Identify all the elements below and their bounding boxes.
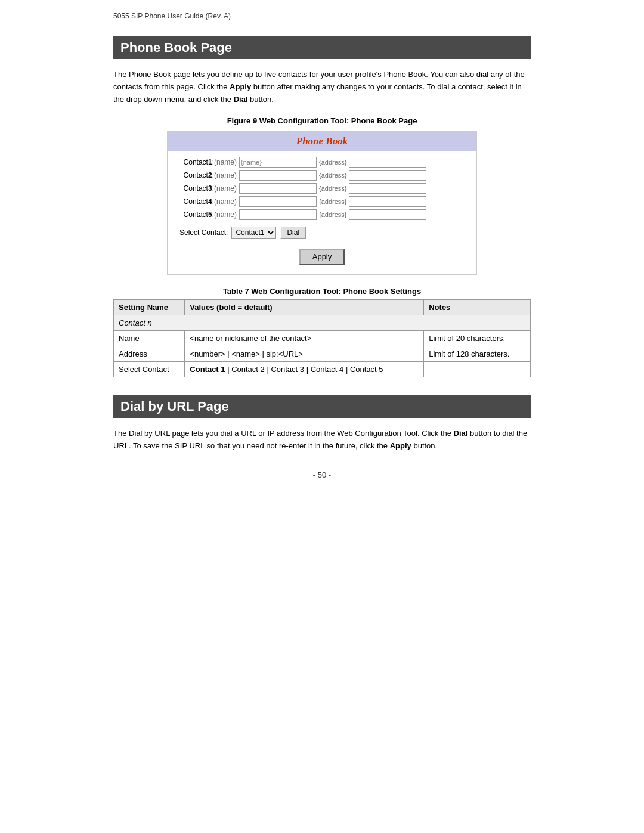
- phonebook-section: Phone Book Page The Phone Book page lets…: [113, 36, 531, 377]
- select-contact-label: Select Contact:: [179, 228, 228, 237]
- select-contact-dropdown[interactable]: Contact1 Contact2 Contact3 Contact4 Cont…: [231, 227, 276, 239]
- setting-value-address: <number> | <name> | sip:<URL>: [185, 346, 424, 362]
- contact2-label: Contact2:(name): [179, 171, 239, 179]
- dial-by-url-bold-dial: Dial: [454, 429, 468, 438]
- dial-by-url-section: Dial by URL Page The Dial by URL page le…: [113, 395, 531, 453]
- table-header-setting: Setting Name: [114, 300, 185, 315]
- contact3-addr-label: {address}: [319, 185, 346, 192]
- phonebook-bold-apply: Apply: [230, 82, 251, 91]
- setting-value-select: Contact 1 | Contact 2 | Contact 3 | Cont…: [185, 362, 424, 377]
- phonebook-intro-text3: button.: [247, 95, 273, 104]
- contact5-name-input[interactable]: [239, 209, 317, 220]
- contact5-addr-label: {address}: [319, 211, 346, 218]
- phonebook-section-title: Phone Book Page: [113, 36, 531, 59]
- select-contact-row: Select Contact: Contact1 Contact2 Contac…: [179, 226, 465, 239]
- dial-by-url-intro: The Dial by URL page lets you dial a URL…: [113, 428, 531, 453]
- settings-table: Setting Name Values (bold = default) Not…: [113, 299, 531, 377]
- dial-button[interactable]: Dial: [280, 226, 306, 239]
- dial-by-url-text1: The Dial by URL page lets you dial a URL…: [113, 429, 454, 438]
- dial-by-url-text3: button.: [411, 441, 437, 450]
- contact1-name-input[interactable]: [239, 157, 317, 168]
- contact4-label: Contact4:(name): [179, 197, 239, 206]
- contact-row-3: Contact3:(name) {address}: [179, 183, 465, 194]
- contact4-addr-label: {address}: [319, 198, 346, 205]
- phonebook-bold-dial: Dial: [234, 95, 248, 104]
- table-row: Address <number> | <name> | sip:<URL> Li…: [114, 346, 531, 362]
- setting-notes-select: [424, 362, 531, 377]
- setting-name-name: Name: [114, 331, 185, 346]
- apply-button[interactable]: Apply: [299, 249, 345, 265]
- table-row: Select Contact Contact 1 | Contact 2 | C…: [114, 362, 531, 377]
- contact1-label: Contact1:(name): [179, 158, 239, 166]
- contact5-addr-input[interactable]: [349, 209, 426, 220]
- figure-caption: Figure 9 Web Configuration Tool: Phone B…: [113, 116, 531, 125]
- contact-row-1: Contact1:(name) {address}: [179, 157, 465, 168]
- table-row-group: Contact n: [114, 315, 531, 331]
- setting-value-name: <name or nickname of the contact>: [185, 331, 424, 346]
- document-header: 5055 SIP Phone User Guide (Rev. A): [113, 12, 531, 24]
- setting-notes-name: Limit of 20 characters.: [424, 331, 531, 346]
- dial-by-url-bold-apply: Apply: [390, 441, 411, 450]
- phonebook-widget-title: Phone Book: [168, 132, 476, 151]
- contact2-name-input[interactable]: [239, 170, 317, 181]
- contact-row-4: Contact4:(name) {address}: [179, 196, 465, 207]
- contact4-addr-input[interactable]: [349, 196, 426, 207]
- contact3-name-input[interactable]: [239, 183, 317, 194]
- contact-row-5: Contact5:(name) {address}: [179, 209, 465, 220]
- page-footer: - 50 -: [113, 470, 531, 479]
- contact5-label: Contact5:(name): [179, 210, 239, 219]
- group-label: Contact n: [114, 315, 531, 331]
- setting-notes-address: Limit of 128 characters.: [424, 346, 531, 362]
- contact3-label: Contact3:(name): [179, 184, 239, 193]
- phonebook-intro: The Phone Book page lets you define up t…: [113, 69, 531, 106]
- setting-name-select: Select Contact: [114, 362, 185, 377]
- contact4-name-input[interactable]: [239, 196, 317, 207]
- contact1-addr-label: {address}: [319, 159, 346, 166]
- setting-name-address: Address: [114, 346, 185, 362]
- phonebook-widget: Phone Book Contact1:(name) {address} Con…: [167, 131, 477, 275]
- apply-button-wrap: Apply: [179, 249, 465, 265]
- table-header-notes: Notes: [424, 300, 531, 315]
- contact2-addr-input[interactable]: [349, 170, 426, 181]
- table-header-values: Values (bold = default): [185, 300, 424, 315]
- phonebook-form: Contact1:(name) {address} Contact2:(name…: [168, 157, 476, 265]
- contact2-addr-label: {address}: [319, 172, 346, 179]
- dial-by-url-section-title: Dial by URL Page: [113, 395, 531, 418]
- document-title: 5055 SIP Phone User Guide (Rev. A): [113, 12, 231, 20]
- table-row: Name <name or nickname of the contact> L…: [114, 331, 531, 346]
- table-caption: Table 7 Web Configuration Tool: Phone Bo…: [113, 287, 531, 296]
- page-number: - 50 -: [313, 470, 331, 479]
- contact1-addr-input[interactable]: [349, 157, 426, 168]
- contact-row-2: Contact2:(name) {address}: [179, 170, 465, 181]
- contact3-addr-input[interactable]: [349, 183, 426, 194]
